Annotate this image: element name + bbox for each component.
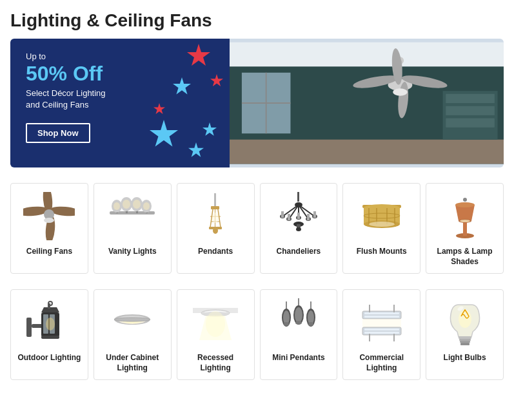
category-item-pendants[interactable]: Pendants <box>177 183 255 274</box>
svg-rect-101 <box>41 336 59 339</box>
svg-rect-131 <box>362 327 401 335</box>
light-bulbs-image <box>430 296 499 348</box>
svg-rect-71 <box>307 214 310 220</box>
recessed-label: Recessed Lighting <box>197 353 233 373</box>
under-cabinet-icon <box>106 298 158 347</box>
svg-rect-57 <box>297 192 299 202</box>
banner-image <box>230 39 504 167</box>
svg-point-122 <box>295 321 302 325</box>
svg-rect-135 <box>393 305 395 312</box>
svg-rect-15 <box>446 94 495 103</box>
ceiling-fans-icon <box>23 192 75 240</box>
svg-point-25 <box>393 88 408 95</box>
outdoor-lighting-icon <box>23 298 75 347</box>
svg-line-59 <box>282 205 299 216</box>
mini-pendants-icon <box>273 298 324 347</box>
outdoor-lighting-label: Outdoor Lighting <box>17 353 81 363</box>
category-item-light-bulbs[interactable]: Light Bulbs <box>426 289 504 380</box>
svg-rect-139 <box>459 336 471 339</box>
category-item-flush-mounts[interactable]: Flush Mounts <box>342 183 420 274</box>
svg-rect-69 <box>288 214 290 220</box>
under-cabinet-image <box>98 296 167 348</box>
commercial-image <box>347 296 416 348</box>
banner-right-panel <box>230 39 504 167</box>
svg-point-43 <box>133 200 141 209</box>
category-item-chandeliers[interactable]: Chandeliers <box>260 183 338 274</box>
commercial-label: Commercial Lighting <box>359 353 404 373</box>
svg-rect-88 <box>463 221 467 236</box>
svg-rect-47 <box>214 193 216 206</box>
vanity-lights-image <box>98 190 167 242</box>
svg-point-55 <box>213 227 218 234</box>
shop-now-button[interactable]: Shop Now <box>26 123 90 143</box>
category-item-recessed[interactable]: Recessed Lighting <box>177 289 255 380</box>
svg-rect-132 <box>364 329 399 330</box>
svg-rect-137 <box>393 334 395 341</box>
lamps-shades-image <box>430 190 499 242</box>
chandeliers-label: Chandeliers <box>277 247 321 257</box>
svg-point-93 <box>463 198 467 202</box>
svg-point-56 <box>212 213 219 223</box>
svg-point-86 <box>369 222 395 227</box>
svg-point-138 <box>459 310 471 328</box>
svg-point-102 <box>46 318 55 330</box>
banner-discount: 50% Off <box>26 62 214 85</box>
svg-rect-8 <box>230 43 504 67</box>
vanity-lights-label: Vanity Lights <box>108 247 157 257</box>
svg-point-121 <box>295 307 302 323</box>
banner-description: Select Décor Lighting and Ceiling Fans <box>26 88 214 111</box>
svg-rect-141 <box>460 341 470 343</box>
chandeliers-image <box>264 190 333 242</box>
category-grid-row2: Outdoor Lighting Under Cabinet Lighting <box>0 279 514 390</box>
svg-point-92 <box>460 220 470 222</box>
light-bulbs-icon <box>439 298 491 347</box>
svg-marker-3 <box>150 120 178 147</box>
flush-mounts-icon <box>356 192 408 240</box>
svg-point-126 <box>308 322 313 326</box>
ceiling-fans-image <box>15 190 84 242</box>
vanity-lights-icon <box>106 192 158 240</box>
recessed-icon <box>190 298 241 347</box>
pendants-icon <box>190 192 241 240</box>
svg-point-118 <box>284 322 289 326</box>
category-item-lamps-shades[interactable]: Lamps & Lamp Shades <box>426 183 504 274</box>
svg-point-114 <box>206 311 225 337</box>
svg-line-60 <box>299 205 315 216</box>
svg-point-37 <box>114 202 120 210</box>
svg-rect-128 <box>364 312 399 314</box>
svg-rect-73 <box>297 213 300 219</box>
commercial-icon <box>356 298 408 347</box>
svg-rect-48 <box>211 206 219 209</box>
svg-marker-6 <box>203 122 217 136</box>
svg-rect-10 <box>230 140 504 164</box>
pendants-image <box>181 190 250 242</box>
svg-rect-65 <box>281 211 284 218</box>
svg-rect-94 <box>26 318 32 337</box>
svg-rect-16 <box>446 106 495 115</box>
category-item-outdoor-lighting[interactable]: Outdoor Lighting <box>10 289 88 380</box>
mini-pendants-label: Mini Pendants <box>272 353 324 363</box>
mini-pendants-image <box>264 296 333 348</box>
svg-rect-17 <box>446 119 495 128</box>
category-item-commercial[interactable]: Commercial Lighting <box>342 289 420 380</box>
ceiling-fans-label: Ceiling Fans <box>26 247 72 257</box>
category-item-under-cabinet[interactable]: Under Cabinet Lighting <box>94 289 172 380</box>
outdoor-lighting-image <box>15 296 84 348</box>
category-item-vanity-lights[interactable]: Vanity Lights <box>94 183 172 274</box>
page-title: Lighting & Ceiling Fans <box>0 0 514 39</box>
svg-rect-136 <box>369 334 370 341</box>
category-item-mini-pendants[interactable]: Mini Pendants <box>260 289 338 380</box>
svg-rect-133 <box>364 332 399 334</box>
svg-rect-67 <box>313 211 316 218</box>
category-grid-row1: Ceiling Fans Vanity Ligh <box>0 173 514 284</box>
category-item-ceiling-fans[interactable]: Ceiling Fans <box>10 183 88 274</box>
chandeliers-icon <box>273 192 324 240</box>
svg-point-90 <box>455 202 475 207</box>
svg-point-108 <box>114 318 150 321</box>
svg-rect-140 <box>459 339 471 341</box>
banner-left-panel: Up to 50% Off Select Décor Lighting and … <box>10 39 230 167</box>
flush-mounts-image <box>347 190 416 242</box>
svg-point-33 <box>44 218 54 223</box>
svg-rect-127 <box>362 311 401 319</box>
svg-point-40 <box>123 200 130 209</box>
